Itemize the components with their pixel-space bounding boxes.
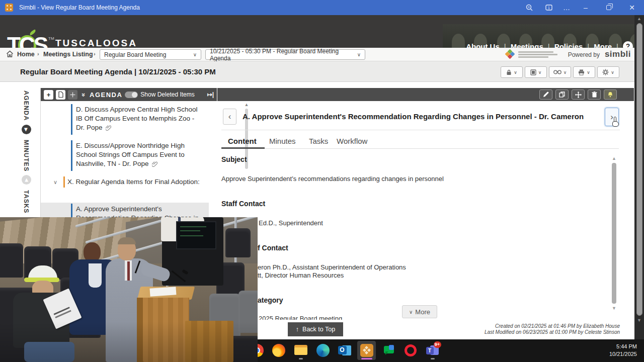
simbli-diamond-logo xyxy=(506,50,514,58)
laptop xyxy=(176,221,216,249)
window-titlebar: Simbli - View Regular Board Meeting Agen… xyxy=(0,0,644,15)
speaker-tie xyxy=(127,261,130,281)
document-button[interactable] xyxy=(56,90,65,100)
breadcrumb-sep: › xyxy=(37,51,39,57)
agenda-panel-title: AGENDA xyxy=(90,91,122,99)
taskbar-teams-icon[interactable]: T 9+ xyxy=(423,341,442,360)
modified-text: Last Modified on 06/23/2025 at 01:00 PM … xyxy=(409,329,620,335)
taskbar-clock[interactable]: 5:44 PM 10/21/2025 xyxy=(609,343,637,358)
breadcrumb-meetings-listing[interactable]: Meetings Listing xyxy=(43,51,93,58)
created-text: Created on 02/21/2025 at 01:46 PM by Eli… xyxy=(409,323,620,329)
nav-separator: | xyxy=(548,42,550,48)
nav-about-us[interactable]: About Us xyxy=(466,42,500,48)
simbli-app-icon xyxy=(5,4,13,12)
play-agenda-icon[interactable]: ▶ xyxy=(22,125,31,134)
agenda-item[interactable]: D. Discuss Approve Central High School I… xyxy=(41,103,209,136)
taskbar-google-chat-icon[interactable] xyxy=(379,341,398,360)
nav-separator: | xyxy=(587,42,589,48)
search-button[interactable]: ∨ xyxy=(549,66,571,78)
nav-policies[interactable]: Policies xyxy=(554,42,583,48)
page-scrollbar[interactable]: ▲ ▼ xyxy=(634,15,644,339)
content-scrollbar[interactable]: ▲ ▼ xyxy=(611,156,617,321)
zoom-out-icon[interactable] xyxy=(519,0,539,15)
taskbar-file-explorer-icon[interactable] xyxy=(291,341,310,360)
collapse-panel-icon[interactable]: ↦| xyxy=(207,91,214,98)
main-nav: About Us | Meetings | Policies | More | … xyxy=(466,41,633,48)
speaker-hair xyxy=(118,237,136,244)
video-overlay[interactable] xyxy=(0,217,258,362)
previous-item-button[interactable]: ‹ xyxy=(223,109,236,125)
district-name-line1: TUSCALOOSA xyxy=(55,38,137,48)
agenda-panel-header: + » AGENDA Show Deleted Items ↦| xyxy=(41,88,217,101)
chevron-down-icon: ∨ xyxy=(564,70,567,75)
contact2-line2: tt, Director Human Resources xyxy=(258,272,344,279)
scroll-down-icon[interactable]: ▼ xyxy=(634,317,644,324)
collapse-all-icon[interactable]: » xyxy=(80,91,88,98)
breadcrumb-home[interactable]: Home xyxy=(17,51,35,58)
tab-agenda-vertical[interactable]: AGENDA xyxy=(23,90,30,121)
edit-button[interactable] xyxy=(539,89,552,100)
agenda-view-button[interactable]: ∨ xyxy=(525,66,547,78)
scroll-up-icon[interactable]: ▲ xyxy=(611,156,617,161)
chevron-down-icon: ∨ xyxy=(193,52,197,57)
add-item-button[interactable]: + xyxy=(44,90,53,100)
scrollbar-thumb[interactable] xyxy=(636,23,642,316)
up-arrow-icon: ↑ xyxy=(296,326,299,333)
more-options-icon[interactable]: … xyxy=(556,0,577,15)
taskbar-simbli-icon[interactable] xyxy=(357,341,376,360)
subject-heading: Subject xyxy=(221,155,247,163)
scroll-up-icon[interactable]: ▲ xyxy=(244,102,249,107)
delete-button[interactable] xyxy=(588,89,601,100)
association-logo xyxy=(518,51,557,59)
divider xyxy=(221,130,620,130)
meeting-type-select[interactable]: Regular Board Meeting∨ xyxy=(100,49,201,60)
minimize-button[interactable]: – xyxy=(576,0,596,15)
taskbar-firefox-icon[interactable] xyxy=(269,341,288,360)
agenda-item[interactable]: E. Discuss/Approve Northridge High Schoo… xyxy=(41,139,209,172)
breadcrumb-bar: Home › Meetings Listing › Regular Board … xyxy=(0,48,644,61)
scroll-down-icon[interactable]: ▼ xyxy=(611,306,617,311)
close-button[interactable]: ✕ xyxy=(622,0,642,15)
category-line: 2025 Regular Board meeting xyxy=(259,315,342,320)
site-header: TCS TM TUSCALOOSA CITY SCHOOLS About Us … xyxy=(0,15,644,48)
tab-minutes[interactable]: Minutes xyxy=(269,137,296,145)
agenda-item-expandable[interactable]: ∨ X. Regular Agenda Items for Final Adop… xyxy=(41,175,209,189)
tab-content[interactable]: Content xyxy=(228,137,257,145)
taskbar-edge-icon[interactable] xyxy=(313,341,332,360)
notification-bell-button[interactable] xyxy=(604,89,617,100)
chevron-down-icon: ∨ xyxy=(514,70,517,75)
meeting-date-select[interactable]: 10/21/2025 - 05:30 PM - Regular Board Me… xyxy=(205,49,365,60)
nav-more[interactable]: More xyxy=(594,42,612,48)
lock-button[interactable]: ∨ xyxy=(501,66,523,78)
scroll-up-icon[interactable]: ▲ xyxy=(634,15,644,22)
help-icon[interactable]: ? xyxy=(623,41,633,48)
nav-meetings[interactable]: Meetings xyxy=(511,42,543,48)
taskbar-outlook-icon[interactable]: O xyxy=(335,341,354,360)
nav-separator: | xyxy=(504,42,506,48)
show-deleted-toggle[interactable] xyxy=(125,92,138,98)
tab-tasks[interactable]: Tasks xyxy=(309,137,328,145)
home-icon[interactable] xyxy=(6,50,14,59)
category-heading: ategory xyxy=(258,296,283,304)
vignette xyxy=(0,322,258,362)
print-button[interactable]: ∨ xyxy=(573,66,595,78)
tab-minutes-vertical[interactable]: MINUTES xyxy=(23,140,30,171)
move-item-button[interactable] xyxy=(68,90,77,100)
chevron-down-icon[interactable]: ∨ xyxy=(53,178,57,186)
taskbar-opera-icon[interactable] xyxy=(401,341,420,360)
tab-workflow[interactable]: Workflow xyxy=(337,137,367,145)
simbli-brand[interactable]: simbli xyxy=(605,49,631,59)
restore-button[interactable] xyxy=(599,0,619,15)
tcs-logo[interactable]: TCS xyxy=(7,34,47,48)
chevron-down-icon: ∨ xyxy=(409,309,413,315)
back-to-top-button[interactable]: ↑ Back to Top xyxy=(288,322,343,336)
settings-button[interactable]: ∨ xyxy=(597,66,619,78)
more-button[interactable]: ∨ More xyxy=(402,305,437,318)
copy-button[interactable] xyxy=(555,89,569,100)
move-button[interactable] xyxy=(572,89,585,100)
play-minutes-icon[interactable]: ▶ xyxy=(22,175,31,185)
chevron-down-icon: ∨ xyxy=(357,52,361,57)
tab-tasks-vertical[interactable]: TASKS xyxy=(23,190,30,213)
mouse-cursor-hand xyxy=(611,117,621,128)
subject-text: Approve Superintendent's recommendations… xyxy=(221,175,444,183)
